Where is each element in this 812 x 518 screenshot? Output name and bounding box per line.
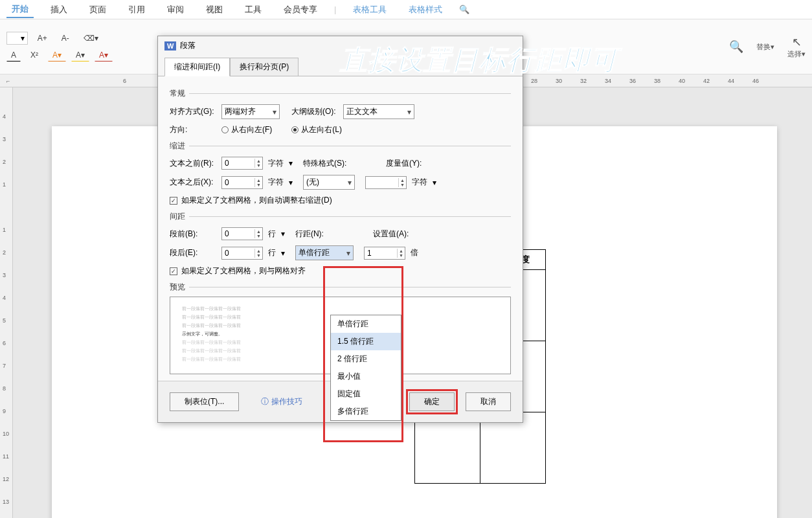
- menu-item-view[interactable]: 视图: [201, 2, 228, 17]
- section-indent: 缩进: [170, 141, 511, 152]
- vertical-ruler: 4 3 2 1 1 2 3 4 5 6 7 8 9 10 11 12 13: [0, 87, 13, 518]
- font-size-up[interactable]: A+: [33, 32, 52, 45]
- cancel-button[interactable]: 取消: [466, 392, 511, 411]
- before-text-spinner[interactable]: ▲▼: [221, 157, 263, 170]
- highlight-button[interactable]: A▾: [71, 49, 89, 62]
- font-color2-button[interactable]: A▾: [95, 49, 113, 62]
- app-icon: W: [164, 41, 176, 51]
- menu-item-start[interactable]: 开始: [6, 1, 34, 18]
- char-unit: 字符: [268, 158, 284, 169]
- before-para-spinner[interactable]: ▲▼: [221, 227, 263, 240]
- menu-item-review[interactable]: 审阅: [162, 2, 189, 17]
- paragraph-dialog: W 段落 缩进和间距(I) 换行和分页(P) 常规 对齐方式(G): 两端对齐 …: [157, 36, 523, 423]
- tab-indent-spacing[interactable]: 缩进和间距(I): [164, 58, 230, 76]
- special-label: 特殊格式(S):: [303, 158, 350, 169]
- tips-icon: ⓘ: [261, 396, 269, 407]
- dropdown-option[interactable]: 单倍行距: [331, 315, 401, 333]
- tab-indicator: ⌐: [6, 78, 10, 84]
- strikethrough-button[interactable]: A: [6, 49, 21, 62]
- align-combo[interactable]: 两端对齐: [221, 104, 280, 119]
- set-value-label: 设置值(A):: [373, 229, 420, 240]
- menu-item-page[interactable]: 页面: [84, 2, 111, 17]
- before-text-label: 文本之前(R):: [170, 158, 216, 169]
- dropdown-option[interactable]: 2 倍行距: [331, 350, 401, 368]
- tips-link[interactable]: ⓘ操作技巧: [247, 393, 317, 411]
- clear-format-icon[interactable]: ⌫▾: [79, 32, 103, 45]
- after-text-spinner[interactable]: ▲▼: [221, 176, 263, 189]
- direction-label: 方向:: [170, 124, 216, 135]
- ok-highlight: 确定: [406, 389, 458, 414]
- radio-rtl[interactable]: 从右向左(F): [221, 124, 272, 135]
- menu-item-member[interactable]: 会员专享: [278, 2, 322, 17]
- align-label: 对齐方式(G):: [170, 106, 216, 117]
- menu-item-table-tools[interactable]: 表格工具: [348, 2, 392, 17]
- set-value-spinner[interactable]: ▲▼: [364, 247, 405, 260]
- replace-tool[interactable]: 替换▾: [756, 42, 774, 52]
- dialog-title-text: 段落: [180, 40, 196, 51]
- outline-combo[interactable]: 正文文本: [343, 104, 414, 119]
- search-tool[interactable]: 🔍: [729, 39, 743, 54]
- metric-spinner[interactable]: ▲▼: [365, 176, 407, 189]
- menu-item-tools[interactable]: 工具: [240, 2, 267, 17]
- dropdown-option[interactable]: 最小值: [331, 368, 401, 385]
- after-text-label: 文本之后(X):: [170, 177, 216, 188]
- before-para-label: 段前(B):: [170, 229, 216, 240]
- font-size-down[interactable]: A-: [57, 32, 74, 45]
- menu-item-reference[interactable]: 引用: [123, 2, 150, 17]
- tabs-button[interactable]: 制表位(T)...: [170, 392, 239, 411]
- tab-line-page-breaks[interactable]: 换行和分页(P): [230, 58, 299, 76]
- search-icon[interactable]: 🔍: [459, 5, 469, 14]
- line-spacing-label: 行距(N):: [295, 229, 342, 240]
- dropdown-option[interactable]: 1.5 倍行距: [331, 333, 401, 350]
- grid-align-checkbox[interactable]: ✓如果定义了文档网格，则与网格对齐: [170, 265, 511, 276]
- dropdown-option[interactable]: 多倍行距: [331, 403, 401, 420]
- section-preview: 预览: [170, 282, 511, 293]
- section-general: 常规: [170, 88, 511, 99]
- after-para-spinner[interactable]: ▲▼: [221, 247, 263, 260]
- menu-bar: 开始 插入 页面 引用 审阅 视图 工具 会员专享 | 表格工具 表格样式 🔍: [0, 0, 812, 19]
- radio-ltr[interactable]: 从左向右(L): [291, 124, 342, 135]
- select-tool[interactable]: ↖选择▾: [787, 35, 806, 59]
- font-color-button[interactable]: A▾: [48, 49, 66, 62]
- line-spacing-combo[interactable]: 单倍行距: [295, 245, 354, 260]
- menu-item-insert[interactable]: 插入: [45, 2, 73, 17]
- menu-item-table-style[interactable]: 表格样式: [403, 2, 447, 17]
- superscript-button[interactable]: X²: [26, 49, 43, 62]
- font-family-select[interactable]: ▾: [6, 32, 28, 45]
- metric-label: 度量值(Y):: [386, 158, 433, 169]
- section-spacing: 间距: [170, 211, 511, 222]
- tutorial-caption: 直接设置目标行距即可: [340, 42, 618, 78]
- dropdown-option[interactable]: 固定值: [331, 385, 401, 403]
- special-combo[interactable]: (无): [303, 175, 355, 190]
- after-para-label: 段后(E):: [170, 247, 216, 258]
- line-spacing-dropdown: 单倍行距 1.5 倍行距 2 倍行距 最小值 固定值 多倍行距: [330, 315, 401, 421]
- table-row[interactable]: [415, 412, 546, 484]
- ok-button[interactable]: 确定: [409, 392, 455, 411]
- outline-label: 大纲级别(O):: [291, 106, 338, 117]
- auto-adjust-checkbox[interactable]: ✓如果定义了文档网格，则自动调整右缩进(D): [170, 195, 511, 206]
